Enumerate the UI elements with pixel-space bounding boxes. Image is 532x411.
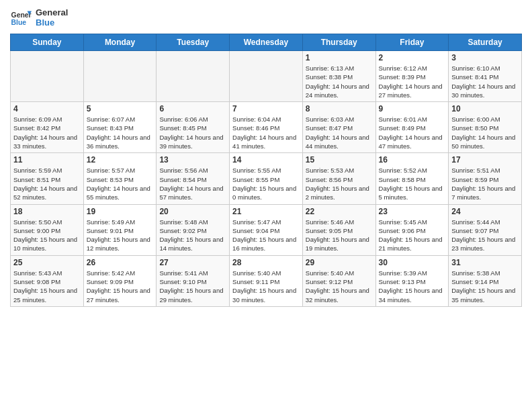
day-cell: 6Sunrise: 6:06 AMSunset: 8:45 PMDaylight… bbox=[157, 102, 230, 153]
days-header-row: SundayMondayTuesdayWednesdayThursdayFrid… bbox=[11, 34, 522, 51]
day-number: 28 bbox=[232, 258, 300, 267]
day-number: 29 bbox=[306, 258, 373, 267]
week-row-2: 4Sunrise: 6:09 AMSunset: 8:42 PMDaylight… bbox=[11, 102, 522, 153]
day-number: 15 bbox=[306, 155, 373, 165]
day-cell: 14Sunrise: 5:55 AMSunset: 8:55 PMDayligh… bbox=[230, 153, 303, 204]
week-row-4: 18Sunrise: 5:50 AMSunset: 9:00 PMDayligh… bbox=[11, 204, 522, 255]
day-number: 13 bbox=[159, 155, 226, 165]
day-cell: 16Sunrise: 5:52 AMSunset: 8:58 PMDayligh… bbox=[375, 153, 449, 204]
day-info: Sunrise: 5:53 AMSunset: 8:56 PMDaylight:… bbox=[306, 166, 373, 201]
day-cell: 17Sunrise: 5:51 AMSunset: 8:59 PMDayligh… bbox=[449, 153, 522, 204]
day-info: Sunrise: 6:07 AMSunset: 8:43 PMDaylight:… bbox=[87, 115, 154, 150]
day-info: Sunrise: 6:12 AMSunset: 8:39 PMDaylight:… bbox=[379, 64, 446, 99]
day-info: Sunrise: 6:04 AMSunset: 8:46 PMDaylight:… bbox=[232, 115, 300, 150]
day-number: 17 bbox=[451, 155, 519, 165]
day-info: Sunrise: 5:47 AMSunset: 9:04 PMDaylight:… bbox=[232, 218, 300, 253]
day-cell: 29Sunrise: 5:40 AMSunset: 9:12 PMDayligh… bbox=[302, 255, 375, 306]
day-number: 4 bbox=[13, 104, 81, 113]
day-cell: 1Sunrise: 6:13 AMSunset: 8:38 PMDaylight… bbox=[302, 51, 375, 102]
day-number: 14 bbox=[232, 155, 300, 165]
day-number: 2 bbox=[379, 53, 446, 62]
day-number: 7 bbox=[232, 104, 300, 113]
day-number: 5 bbox=[87, 104, 154, 113]
day-cell: 11Sunrise: 5:59 AMSunset: 8:51 PMDayligh… bbox=[11, 153, 84, 204]
week-row-1: 1Sunrise: 6:13 AMSunset: 8:38 PMDaylight… bbox=[11, 51, 522, 102]
col-header-friday: Friday bbox=[375, 34, 449, 51]
day-info: Sunrise: 6:13 AMSunset: 8:38 PMDaylight:… bbox=[306, 64, 373, 99]
day-cell: 27Sunrise: 5:41 AMSunset: 9:10 PMDayligh… bbox=[157, 255, 230, 306]
day-info: Sunrise: 6:10 AMSunset: 8:41 PMDaylight:… bbox=[451, 64, 519, 99]
day-cell: 4Sunrise: 6:09 AMSunset: 8:42 PMDaylight… bbox=[11, 102, 84, 153]
day-cell: 15Sunrise: 5:53 AMSunset: 8:56 PMDayligh… bbox=[302, 153, 375, 204]
day-cell: 18Sunrise: 5:50 AMSunset: 9:00 PMDayligh… bbox=[11, 204, 84, 255]
day-info: Sunrise: 5:42 AMSunset: 9:09 PMDaylight:… bbox=[87, 269, 154, 304]
day-info: Sunrise: 5:40 AMSunset: 9:12 PMDaylight:… bbox=[306, 269, 373, 304]
day-info: Sunrise: 5:51 AMSunset: 8:59 PMDaylight:… bbox=[451, 166, 519, 201]
calendar-table: SundayMondayTuesdayWednesdayThursdayFrid… bbox=[10, 34, 522, 307]
day-cell: 28Sunrise: 5:40 AMSunset: 9:11 PMDayligh… bbox=[230, 255, 303, 306]
day-number: 12 bbox=[87, 155, 154, 165]
day-cell: 20Sunrise: 5:48 AMSunset: 9:02 PMDayligh… bbox=[157, 204, 230, 255]
day-number: 27 bbox=[159, 258, 226, 267]
day-number: 21 bbox=[232, 207, 300, 216]
day-info: Sunrise: 5:59 AMSunset: 8:51 PMDaylight:… bbox=[13, 166, 81, 201]
day-info: Sunrise: 5:55 AMSunset: 8:55 PMDaylight:… bbox=[232, 166, 300, 201]
day-cell: 25Sunrise: 5:43 AMSunset: 9:08 PMDayligh… bbox=[11, 255, 84, 306]
day-info: Sunrise: 5:49 AMSunset: 9:01 PMDaylight:… bbox=[87, 218, 154, 253]
day-info: Sunrise: 6:00 AMSunset: 8:50 PMDaylight:… bbox=[451, 115, 519, 150]
col-header-wednesday: Wednesday bbox=[230, 34, 303, 51]
day-cell: 13Sunrise: 5:56 AMSunset: 8:54 PMDayligh… bbox=[157, 153, 230, 204]
day-number: 16 bbox=[379, 155, 446, 165]
day-number: 11 bbox=[13, 155, 81, 165]
col-header-thursday: Thursday bbox=[302, 34, 375, 51]
week-row-3: 11Sunrise: 5:59 AMSunset: 8:51 PMDayligh… bbox=[11, 153, 522, 204]
day-info: Sunrise: 5:48 AMSunset: 9:02 PMDaylight:… bbox=[159, 218, 226, 253]
day-cell: 12Sunrise: 5:57 AMSunset: 8:53 PMDayligh… bbox=[83, 153, 157, 204]
logo-blue: Blue bbox=[36, 17, 68, 28]
day-cell: 22Sunrise: 5:46 AMSunset: 9:05 PMDayligh… bbox=[302, 204, 375, 255]
day-cell bbox=[157, 51, 230, 102]
day-info: Sunrise: 6:03 AMSunset: 8:47 PMDaylight:… bbox=[306, 115, 373, 150]
day-info: Sunrise: 5:40 AMSunset: 9:11 PMDaylight:… bbox=[232, 269, 300, 304]
day-cell bbox=[11, 51, 84, 102]
day-number: 25 bbox=[13, 258, 81, 267]
day-cell: 3Sunrise: 6:10 AMSunset: 8:41 PMDaylight… bbox=[449, 51, 522, 102]
day-cell: 2Sunrise: 6:12 AMSunset: 8:39 PMDaylight… bbox=[375, 51, 449, 102]
day-info: Sunrise: 5:44 AMSunset: 9:07 PMDaylight:… bbox=[451, 218, 519, 253]
logo: General Blue General Blue bbox=[10, 7, 68, 28]
col-header-sunday: Sunday bbox=[11, 34, 84, 51]
day-cell: 24Sunrise: 5:44 AMSunset: 9:07 PMDayligh… bbox=[449, 204, 522, 255]
header: General Blue General Blue bbox=[10, 7, 522, 28]
day-cell: 8Sunrise: 6:03 AMSunset: 8:47 PMDaylight… bbox=[302, 102, 375, 153]
day-info: Sunrise: 6:09 AMSunset: 8:42 PMDaylight:… bbox=[13, 115, 81, 150]
svg-text:Blue: Blue bbox=[11, 19, 27, 26]
day-cell: 9Sunrise: 6:01 AMSunset: 8:49 PMDaylight… bbox=[375, 102, 449, 153]
day-info: Sunrise: 5:39 AMSunset: 9:13 PMDaylight:… bbox=[379, 269, 446, 304]
day-info: Sunrise: 5:41 AMSunset: 9:10 PMDaylight:… bbox=[159, 269, 226, 304]
page: General Blue General Blue SundayMondayTu… bbox=[0, 0, 532, 314]
day-cell: 10Sunrise: 6:00 AMSunset: 8:50 PMDayligh… bbox=[449, 102, 522, 153]
day-info: Sunrise: 5:52 AMSunset: 8:58 PMDaylight:… bbox=[379, 166, 446, 201]
day-cell: 19Sunrise: 5:49 AMSunset: 9:01 PMDayligh… bbox=[83, 204, 157, 255]
day-cell: 21Sunrise: 5:47 AMSunset: 9:04 PMDayligh… bbox=[230, 204, 303, 255]
col-header-tuesday: Tuesday bbox=[157, 34, 230, 51]
day-number: 3 bbox=[451, 53, 519, 62]
day-number: 30 bbox=[379, 258, 446, 267]
day-cell: 30Sunrise: 5:39 AMSunset: 9:13 PMDayligh… bbox=[375, 255, 449, 306]
day-cell: 23Sunrise: 5:45 AMSunset: 9:06 PMDayligh… bbox=[375, 204, 449, 255]
day-info: Sunrise: 5:43 AMSunset: 9:08 PMDaylight:… bbox=[13, 269, 81, 304]
day-number: 20 bbox=[159, 207, 226, 216]
day-info: Sunrise: 6:01 AMSunset: 8:49 PMDaylight:… bbox=[379, 115, 446, 150]
day-number: 19 bbox=[87, 207, 154, 216]
day-number: 6 bbox=[159, 104, 226, 113]
day-number: 18 bbox=[13, 207, 81, 216]
day-number: 31 bbox=[451, 258, 519, 267]
day-number: 1 bbox=[306, 53, 373, 62]
day-number: 26 bbox=[87, 258, 154, 267]
day-cell: 7Sunrise: 6:04 AMSunset: 8:46 PMDaylight… bbox=[230, 102, 303, 153]
day-info: Sunrise: 6:06 AMSunset: 8:45 PMDaylight:… bbox=[159, 115, 226, 150]
day-cell: 26Sunrise: 5:42 AMSunset: 9:09 PMDayligh… bbox=[83, 255, 157, 306]
day-number: 22 bbox=[306, 207, 373, 216]
day-number: 24 bbox=[451, 207, 519, 216]
logo-general: General bbox=[36, 7, 68, 17]
